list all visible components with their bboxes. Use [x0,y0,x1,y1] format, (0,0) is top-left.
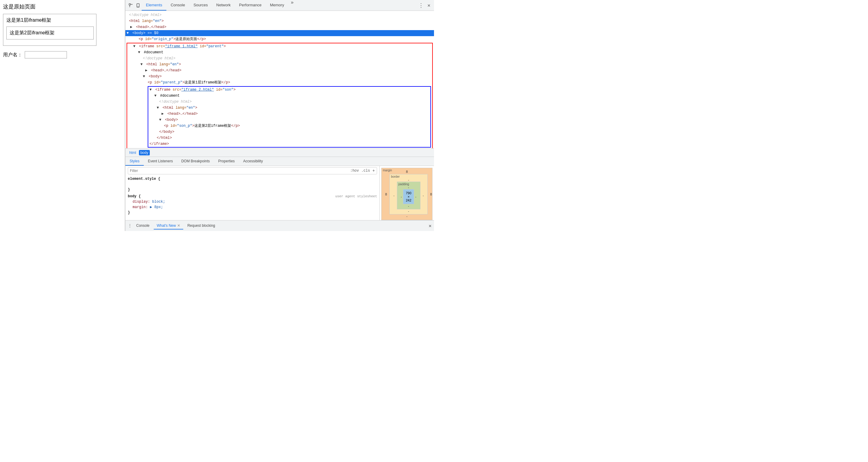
dom-line[interactable]: ▼ <html lang="en"> [148,105,430,111]
dom-line[interactable]: ▼ <html lang="en"> [127,61,432,67]
sub-tabs: Styles Event Listeners DOM Breakpoints P… [125,157,434,166]
tab-memory[interactable]: Memory [266,0,288,10]
filter-row: :hov .cls + [128,167,377,174]
dom-line[interactable]: ▼ <iframe src="iframe_2.html" id="son"> [148,87,430,93]
styles-panel: :hov .cls + element.style { } body { use… [125,166,434,220]
page-title: 这是原始页面 [3,3,122,10]
box-padding: padding - - 790 × 242 - - [397,182,421,209]
box-content: 790 × 242 [403,189,414,204]
blue-frame-box: ▼ <iframe src="iframe_2.html" id="son"> … [148,86,431,147]
dom-line[interactable]: ▶ <head>…</head> [125,24,434,30]
box-border: border - - padding - - 790 × 242 [390,174,428,214]
dom-line[interactable]: <p id="parent_p">这是第1层iframe框架</p> [127,79,432,86]
tab-network[interactable]: Network [212,0,235,10]
tab-performance[interactable]: Performance [235,0,266,10]
bottom-tab-console[interactable]: Console [133,222,153,230]
breadcrumb-html[interactable]: html [128,150,138,156]
dom-line[interactable]: <!doctype html> [125,12,434,18]
devtools-tabs: Elements Console Sources Network Perform… [142,0,296,10]
devtools-menu-button[interactable]: ⋮ [416,2,426,9]
dom-line[interactable]: <!doctype html> [127,56,432,61]
breadcrumb-body[interactable]: body [139,150,150,156]
dom-line[interactable]: <html lang="en"> [125,18,434,24]
box-model: margin 8 8 border - - padding - [380,166,434,220]
bottom-bar: ⋮ Console What's New ✕ Request blocking … [125,220,434,231]
add-style-button[interactable]: + [373,168,375,173]
hov-button[interactable]: :hov [350,169,359,173]
iframe1-text: 这是第1层iframe框架 [6,17,93,24]
dom-line[interactable]: ▼ #document [148,93,430,99]
dom-line[interactable]: <p id="origin_p">这是原始页面</p> [125,36,434,42]
dom-line[interactable]: </iframe> [148,141,430,147]
dom-line[interactable]: </html> [148,135,430,141]
devtools-panel: Elements Console Sources Network Perform… [125,0,434,231]
dom-line[interactable]: ▶ <head>…</head> [148,111,430,117]
dom-line[interactable]: ▼ <body> [148,117,430,123]
iframe-level2: 这是第2层iframe框架 [6,27,94,39]
style-rule-body: body { user agent stylesheet display: bl… [128,194,377,215]
more-tabs-button[interactable]: » [289,0,296,10]
inspect-icon[interactable] [127,2,134,9]
devtools-topbar: Elements Console Sources Network Perform… [125,0,434,11]
dom-line[interactable]: ▼ <iframe src="iframe_1.html" id="parent… [127,43,432,50]
dom-panel[interactable]: <!doctype html> <html lang="en"> ▶ <head… [125,11,434,148]
username-input[interactable] [25,51,67,59]
styles-filter-input[interactable] [130,169,348,173]
subtab-accessibility[interactable]: Accessibility [239,157,267,166]
dom-line[interactable]: </body> [148,129,430,135]
bottom-section: html body Styles Event Listeners DOM Bre… [125,148,434,231]
dom-line[interactable]: ▶ <head>…</head> [127,67,432,73]
cls-button[interactable]: .cls [361,169,370,173]
tab-elements[interactable]: Elements [142,0,166,10]
style-rule-element: element.style { } [128,176,377,193]
device-icon[interactable] [134,2,142,9]
subtab-styles[interactable]: Styles [125,157,144,166]
subtab-event-listeners[interactable]: Event Listeners [144,157,177,166]
subtab-properties[interactable]: Properties [214,157,239,166]
tab-console[interactable]: Console [166,0,189,10]
dom-line-body[interactable]: ▼ <body> == $0 [125,30,434,36]
dom-line[interactable]: ▼ <body> [127,73,432,79]
devtools-menu-icon[interactable]: ⋮ [128,223,132,228]
dom-line[interactable]: <p id="son_p">这是第2层iframe框架</p> [148,123,430,129]
bottom-panel-close-button[interactable]: ✕ [429,223,432,229]
subtab-dom-breakpoints[interactable]: DOM Breakpoints [177,157,214,166]
dom-line[interactable]: ▼ #document [127,50,432,56]
username-row: 用户名： [3,51,122,59]
bottom-tab-request-blocking[interactable]: Request blocking [184,222,218,230]
devtools-close-button[interactable]: ✕ [426,2,432,8]
iframe-level1: 这是第1层iframe框架 这是第2层iframe框架 [3,14,96,46]
bottom-tab-whats-new[interactable]: What's New ✕ [154,222,183,230]
svg-rect-0 [129,4,130,5]
styles-left: :hov .cls + element.style { } body { use… [125,166,380,220]
dom-line[interactable]: <!doctype html> [148,99,430,105]
breadcrumb-bar: html body [125,148,434,157]
whats-new-close-icon[interactable]: ✕ [177,224,180,228]
webpage-preview: 这是原始页面 这是第1层iframe框架 这是第2层iframe框架 用户名： [0,0,125,231]
tab-sources[interactable]: Sources [189,0,212,10]
red-frame-box: ▼ <iframe src="iframe_1.html" id="parent… [127,43,433,148]
box-margin: margin 8 8 border - - padding - [381,168,433,220]
username-label: 用户名： [3,52,22,58]
iframe2-text: 这是第2层iframe框架 [10,30,90,36]
